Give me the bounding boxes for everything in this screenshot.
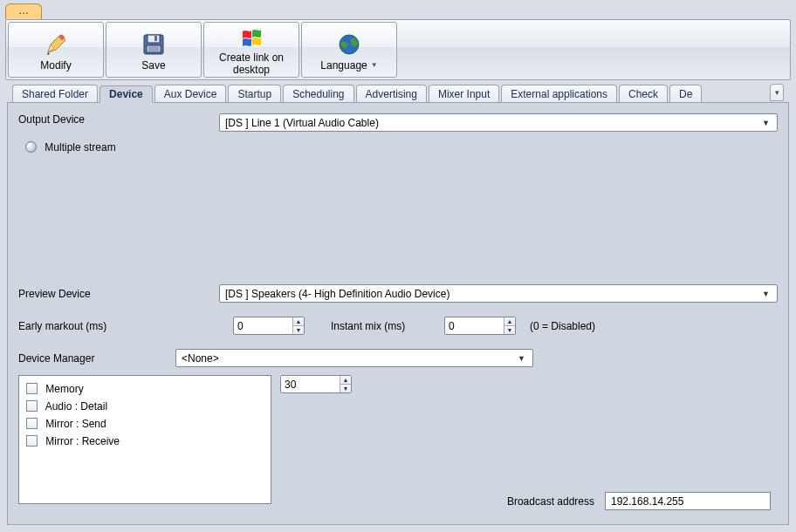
- modify-button[interactable]: Modify: [8, 22, 104, 78]
- tab-label: De: [679, 88, 692, 100]
- output-device-label: Output Device: [18, 113, 219, 126]
- instant-mix-label: Instant mix (ms): [331, 320, 444, 332]
- ribbon-active-tab[interactable]: …: [5, 3, 42, 19]
- checkbox[interactable]: [26, 400, 38, 412]
- globe-icon: [334, 31, 364, 58]
- tab-advertising[interactable]: Advertising: [356, 85, 427, 102]
- max-days-log-input[interactable]: [281, 379, 340, 391]
- instant-mix-hint: (0 = Disabled): [530, 320, 595, 332]
- chevron-down-icon: ▼: [371, 61, 378, 69]
- instant-mix-spinner[interactable]: ▲▼: [444, 317, 516, 335]
- preview-device-value: [DS ] Speakers (4- High Definition Audio…: [225, 288, 758, 300]
- tab-aux-device[interactable]: Aux Device: [154, 85, 227, 102]
- spin-up-icon[interactable]: ▲: [504, 317, 515, 326]
- tab-scheduling[interactable]: Scheduling: [283, 85, 353, 102]
- tab-mixer-input[interactable]: Mixer Input: [429, 85, 499, 102]
- windows-icon: [237, 25, 266, 51]
- preview-device-dropdown[interactable]: [DS ] Speakers (4- High Definition Audio…: [219, 284, 778, 303]
- preview-device-label: Preview Device: [18, 288, 219, 300]
- svg-rect-4: [148, 35, 160, 43]
- log-item-mirror-receive[interactable]: Mirror : Receive: [26, 433, 264, 447]
- tab-device[interactable]: Device: [100, 85, 153, 103]
- spin-down-icon[interactable]: ▼: [293, 326, 304, 334]
- log-item-label: Mirror : Send: [45, 418, 106, 430]
- instant-mix-input[interactable]: [445, 320, 504, 332]
- spin-up-icon[interactable]: ▲: [293, 317, 304, 326]
- log-item-audio-detail[interactable]: Audio : Detail: [26, 399, 264, 413]
- spin-up-icon[interactable]: ▲: [340, 376, 351, 385]
- broadcast-address-label: Broadcast address: [507, 495, 594, 508]
- checkbox[interactable]: [26, 418, 38, 429]
- tab-scroll-buttons: ▾: [770, 84, 784, 101]
- tab-label: Device: [109, 88, 143, 100]
- tab-label: Startup: [237, 88, 271, 100]
- ribbon-tab-label: …: [18, 4, 29, 17]
- tab-label: External applications: [511, 88, 607, 100]
- device-manager-value: <None>: [182, 352, 514, 365]
- checkbox[interactable]: [26, 435, 38, 447]
- early-markout-label: Early markout (ms): [18, 320, 233, 332]
- broadcast-address-value: 192.168.14.255: [611, 495, 683, 508]
- language-label: Language: [320, 60, 367, 72]
- ribbon-tabstrip: …: [0, 0, 796, 19]
- early-markout-spinner[interactable]: ▲▼: [233, 317, 305, 335]
- early-markout-input[interactable]: [234, 320, 292, 332]
- tab-external-applications[interactable]: External applications: [501, 85, 617, 102]
- log-listbox[interactable]: Memory Audio : Detail Mirror : Send Mirr…: [18, 375, 271, 504]
- device-manager-dropdown[interactable]: <None> ▼: [175, 349, 533, 367]
- tab-overflow[interactable]: De: [669, 85, 702, 102]
- tab-scroll-right-icon[interactable]: ▾: [770, 84, 784, 101]
- create-link-label: Create link on desktop: [204, 52, 298, 77]
- log-item-mirror-send[interactable]: Mirror : Send: [26, 416, 264, 430]
- log-item-label: Audio : Detail: [45, 400, 107, 413]
- tab-check[interactable]: Check: [619, 85, 668, 102]
- chevron-down-icon: ▼: [514, 351, 529, 365]
- max-days-log-spinner[interactable]: ▲▼: [280, 375, 352, 393]
- tab-label: Advertising: [366, 88, 417, 100]
- tab-label: Mixer Input: [438, 88, 490, 100]
- tab-shared-folder[interactable]: Shared Folder: [12, 85, 98, 102]
- tab-bar: Shared Folder Device Aux Device Startup …: [7, 84, 789, 103]
- save-label: Save: [141, 60, 165, 72]
- svg-rect-5: [154, 36, 157, 41]
- output-device-value: [DS ] Line 1 (Virtual Audio Cable): [225, 117, 758, 129]
- settings-window: … Modify: [0, 0, 796, 532]
- spin-down-icon[interactable]: ▼: [340, 385, 351, 392]
- save-button[interactable]: Save: [106, 22, 202, 78]
- log-item-memory[interactable]: Memory: [26, 381, 264, 395]
- checkbox[interactable]: [26, 383, 38, 394]
- toolbar: Modify Save: [5, 19, 791, 80]
- chevron-down-icon: ▼: [758, 286, 773, 301]
- spin-down-icon[interactable]: ▼: [504, 326, 515, 334]
- device-panel: Output Device Multiple stream [DS ] Line…: [7, 103, 789, 525]
- tab-label: Shared Folder: [22, 88, 88, 100]
- language-button[interactable]: Language ▼: [301, 22, 397, 78]
- tab-label: Check: [628, 88, 658, 100]
- modify-label: Modify: [40, 60, 71, 72]
- floppy-icon: [139, 31, 168, 58]
- tab-startup[interactable]: Startup: [228, 85, 281, 102]
- multiple-stream-radio[interactable]: [25, 141, 37, 153]
- pencil-icon: [41, 31, 71, 58]
- tab-label: Aux Device: [164, 88, 217, 100]
- log-item-label: Mirror : Receive: [45, 435, 120, 447]
- output-device-dropdown[interactable]: [DS ] Line 1 (Virtual Audio Cable) ▼: [219, 113, 778, 132]
- create-link-button[interactable]: Create link on desktop: [203, 22, 299, 78]
- log-item-label: Memory: [45, 383, 83, 395]
- chevron-down-icon: ▼: [758, 115, 773, 130]
- broadcast-address-input[interactable]: 192.168.14.255: [605, 492, 771, 510]
- tab-label: Scheduling: [292, 88, 344, 100]
- device-manager-label: Device Manager: [18, 352, 175, 365]
- multiple-stream-label: Multiple stream: [45, 141, 115, 153]
